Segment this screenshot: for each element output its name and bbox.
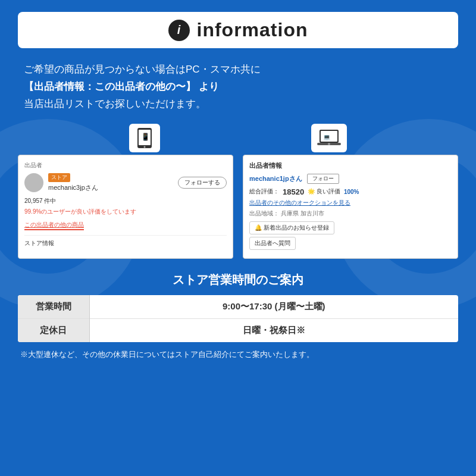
store-badge: ストア [48,173,70,182]
good-label: 🌟 良い評価 [308,187,340,196]
left-count: 20,957 件中 [24,197,227,205]
intro-line3: 当店出品リストでお探しいただけます。 [24,96,452,113]
svg-text:💻: 💻 [323,133,331,141]
hours-table: 営業時間 9:00〜17:30 (月曜〜土曜) 定休日 日曜・祝祭日※ [18,295,458,342]
hours-row-1: 営業時間 9:00〜17:30 (月曜〜土曜) [18,295,458,319]
info-icon: i [168,20,190,41]
left-store-info: ストア情報 [24,235,227,248]
question-button[interactable]: 出品者へ質問 [249,237,296,250]
intro-line2: 【出品者情報：この出品者の他の〜】 より [24,79,452,96]
svg-point-2 [144,146,146,148]
good-pct: 100% [344,189,359,195]
right-rating-row: 総合評価： 18520 🌟 良い評価 100% [249,187,452,196]
svg-point-7 [328,143,330,145]
left-section-title: 出品者 [24,161,227,170]
left-seller-info: ストア mechanic3jpさん [48,173,98,192]
auction-link[interactable]: 出品者のその他のオークションを見る [249,199,452,207]
right-screenshot: 出品者情報 mechanic1jpさん フォロー 総合評価： 18520 🌟 良… [243,155,458,259]
hours-value-2: 日曜・祝祭日※ [89,318,458,342]
right-follow-button[interactable]: フォロー [307,174,339,184]
total-label: 総合評価： [249,187,279,196]
hours-title: ストア営業時間のご案内 [18,272,458,288]
avatar-left [24,173,43,192]
phone-icon: 📱 [135,127,154,149]
hours-label-1: 営業時間 [18,295,89,319]
left-screenshot: 出品者 ストア mechanic3jpさん フォローする 20,957 件中 9… [18,155,233,259]
screenshots-area: 出品者 ストア mechanic3jpさん フォローする 20,957 件中 9… [18,155,458,259]
left-other-items-link[interactable]: この出品者の他の商品 [24,221,84,230]
right-section-title: 出品者情報 [249,161,452,170]
svg-text:📱: 📱 [141,132,150,141]
intro-text: ご希望の商品が見つからない場合はPC・スマホ共に 【出品者情報：この出品者の他の… [18,61,458,113]
hours-label-2: 定休日 [18,318,89,342]
device-icons-row: 📱 💻 [18,124,458,152]
notify-button[interactable]: 🔔 新着出品のお知らせ登録 [249,221,334,234]
hours-row-2: 定休日 日曜・祝祭日※ [18,318,458,342]
intro-line1: ご希望の商品が見つからない場合はPC・スマホ共に [24,61,452,79]
left-user-row: ストア mechanic3jpさん フォローする [24,173,227,192]
location: 出品地域： 兵庫県 加古川市 [249,209,452,218]
phone-icon-wrap: 📱 [129,124,160,152]
header-box: i information [18,12,458,48]
left-rating: 99.9%のユーザーが良い評価をしています [24,208,227,216]
left-seller-name: mechanic3jpさん [48,184,98,191]
right-seller-name: mechanic1jpさん [249,174,302,183]
hours-value-1: 9:00〜17:30 (月曜〜土曜) [89,295,458,319]
laptop-icon-wrap: 💻 [311,124,347,152]
right-seller-row: mechanic1jpさん フォロー [249,174,452,184]
footnote: ※大型連休など、その他の休業日についてはストア自己紹介にてご案内いたします。 [18,349,458,360]
left-follow-button[interactable]: フォローする [178,177,227,189]
laptop-icon: 💻 [317,129,341,148]
header-title: information [197,19,308,41]
hours-section: ストア営業時間のご案内 営業時間 9:00〜17:30 (月曜〜土曜) 定休日 … [18,272,458,360]
total-num: 18520 [283,187,304,196]
